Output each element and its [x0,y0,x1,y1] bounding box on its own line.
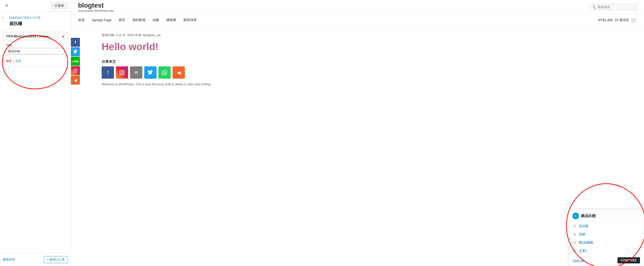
post-title: Hello world! [102,41,211,52]
site-nav: 首頁 Sample Page 商店 我的帳號 結帳 購物車 願望清單 NT$1,… [71,14,644,26]
nav-sample-page[interactable]: Sample Page [92,15,112,25]
add-widget-button[interactable]: + 新增小工具 [44,256,68,263]
cart-count: 10 個項目 [615,18,629,22]
nav-wishlist[interactable]: 願望清單 [184,15,197,25]
widget-actions: 移除 | 完成 [3,57,68,66]
widget-area: YITH WooCommerce Compar... ▲ Title: 移除 |… [0,29,71,253]
sidebar-publish-button[interactable]: 已發佈 [51,2,68,9]
clear-all-link[interactable]: Clear all [572,259,584,262]
breadcrumb-row: ‹ 目前的自訂項目 ▸ 小工具 資訊欄 [0,11,71,29]
cart-amount: NT$1,400 [598,18,612,22]
social-share-btn[interactable]: ◀ [71,76,80,85]
nav-cart[interactable]: 購物車 [166,15,176,25]
site-topbar: blogtest Just another WordPress site 🔍 [71,0,644,14]
widget-card: YITH WooCommerce Compar... ▲ Title: 移除 |… [3,32,68,66]
svg-point-4 [121,72,123,73]
collapse-icon: ▲ [62,34,65,38]
compare-widget-header: ✏ 產品比較 [568,209,644,222]
share-instagram[interactable] [116,66,128,79]
site-name: blogtest [78,2,114,9]
sidebar-header: ✕ 已發佈 [0,0,71,11]
reorder-link[interactable]: 重新排序 [3,258,15,262]
widget-done-link[interactable]: 完成 [15,59,21,63]
compare-remove-item-0[interactable]: ⊗ [572,224,576,228]
widget-card-header[interactable]: YITH WooCommerce Compar... ▲ [3,32,68,41]
share-whatsapp[interactable] [158,66,171,79]
compare-widget: ✏ 產品比較 ⊗ 生仔褲 ⊗ 長褲 ⊗ 帽T好棒棒 ⊗ 大學T Clear al… [568,209,644,266]
widget-title-label: YITH WooCommerce Compar... [6,34,51,38]
svg-rect-0 [74,69,77,72]
search-icon: 🔍 [592,5,596,9]
share-section-title: 分享本文 [102,59,211,64]
svg-point-1 [75,70,76,71]
nav-home[interactable]: 首頁 [78,15,85,25]
nav-my-account[interactable]: 我的帳號 [132,15,146,25]
compare-widget-icon: ✏ [572,213,579,219]
compare-item-row: ⊗ 生仔褲 [568,222,644,230]
social-line-btn[interactable]: LINE [71,57,80,66]
widget-card-body: Title: [3,41,68,57]
cart-info: NT$1,400 10 個項目 🛒 [598,17,637,23]
widget-field-label: Title: [6,43,65,47]
compare-item-2[interactable]: 帽T好棒棒 [579,240,593,245]
compare-item-3[interactable]: 大學T [579,249,587,253]
post-description: Welcome to WordPress. This is your first… [102,82,211,86]
widget-remove-link[interactable]: 移除 [6,59,12,63]
main-content: f LINE ◀ blogtest Just another WordPress… [71,0,644,266]
post-meta: 發佈日期: 3 12 月, 2020 作者: designhu_ad [102,33,211,37]
share-email[interactable]: ✉ [130,66,142,79]
sidebar-section-title: 資訊欄 [6,21,44,29]
social-twitter-btn[interactable] [71,47,80,56]
nav-right: NT$1,400 10 個項目 🛒 [598,17,637,23]
social-instagram-btn[interactable] [71,66,80,75]
compare-button[interactable]: COMPARE [618,257,640,264]
compare-remove-item-3[interactable]: ⊗ [572,249,576,253]
site-search-box[interactable]: 🔍 [590,4,637,10]
share-facebook[interactable]: f [102,66,114,79]
compare-item-1[interactable]: 長褲 [579,232,585,236]
compare-remove-item-2[interactable]: ⊗ [572,240,576,245]
sidebar-close-button[interactable]: ✕ [3,2,10,9]
sidebar-footer: 重新排序 + 新增小工具 [0,253,71,266]
site-tagline: Just another WordPress site [78,9,114,12]
cart-icon[interactable]: 🛒 [631,17,637,23]
compare-widget-footer: Clear all COMPARE [568,255,644,266]
compare-item-0[interactable]: 生仔褲 [579,224,588,228]
compare-widget-title: 產品比較 [581,214,596,219]
svg-rect-3 [120,70,124,75]
nav-checkout[interactable]: 結帳 [153,15,159,25]
share-other[interactable]: ◀ [172,66,185,79]
nav-shop[interactable]: 商店 [119,15,125,25]
share-buttons: f ✉ ◀ [102,66,211,79]
compare-remove-item-1[interactable]: ⊗ [572,232,576,236]
social-sidebar: f LINE ◀ [71,38,80,85]
share-twitter[interactable] [144,66,156,79]
search-input[interactable] [598,5,634,9]
widget-action-separator: | [13,59,14,63]
svg-point-2 [76,69,77,70]
blog-content: 發佈日期: 3 12 月, 2020 作者: designhu_ad Hello… [83,26,218,93]
site-logo: blogtest Just another WordPress site [78,2,114,12]
svg-point-5 [123,71,124,71]
social-facebook-btn[interactable]: f [71,38,80,47]
compare-item-row: ⊗ 帽T好棒棒 [568,238,644,247]
breadcrumb: 目前的自訂項目 ▸ 小工具 [6,13,44,21]
compare-item-row: ⊗ 長褲 [568,230,644,238]
compare-item-row: ⊗ 大學T [568,247,644,255]
sidebar-back-button[interactable]: ‹ [0,13,6,21]
widget-title-input[interactable] [6,48,65,54]
